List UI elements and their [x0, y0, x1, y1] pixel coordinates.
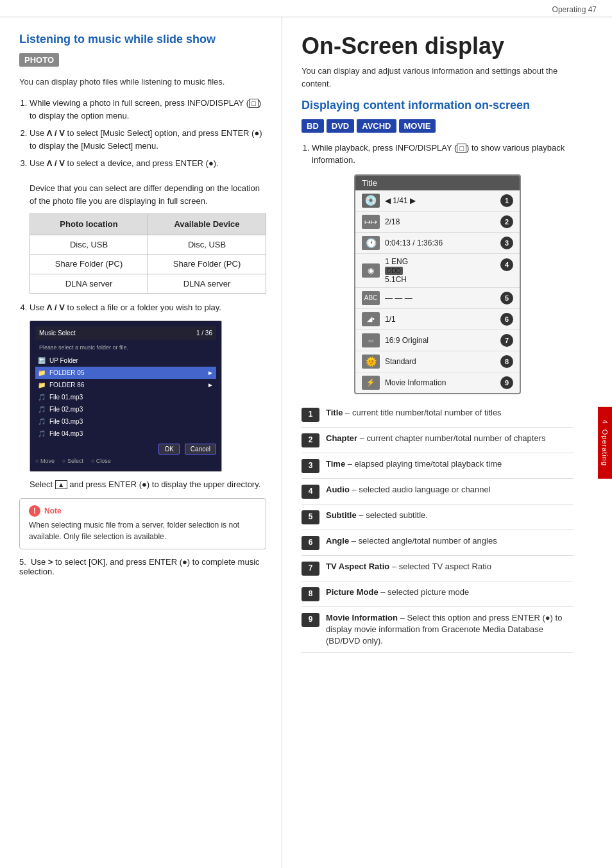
left-badge-row: PHOTO — [19, 53, 266, 67]
note-title: ! Note — [29, 505, 257, 517]
nav-close: ○ Close — [91, 457, 111, 466]
cancel-button[interactable]: Cancel — [185, 444, 216, 455]
ms-subtitle: Please select a music folder or file. — [35, 342, 216, 354]
ms-item[interactable]: 📁 FOLDER 86 ► — [35, 379, 216, 391]
ms-footer: OK Cancel — [35, 444, 216, 455]
table-header-photo: Photo location — [30, 214, 148, 235]
side-tab-label: Operating — [601, 429, 609, 465]
step-1: While viewing a photo in full screen, pr… — [30, 97, 266, 122]
ms-item-label: File 04.mp3 — [49, 429, 83, 438]
table-row: DLNA server DLNA server — [30, 274, 266, 294]
info-text-5: Subtitle – selected subtitle. — [326, 510, 428, 521]
folder-icon: 📁 — [38, 368, 47, 378]
display-image-wrap: Title 💿 ◀ 1/41 ▶ 1 ↦↦ 2/18 2 — [302, 174, 574, 394]
num-badge-4: 4 — [500, 258, 513, 271]
exclamation-icon: ! — [29, 505, 40, 517]
ms-item[interactable]: 🔙 UP Folder — [35, 355, 216, 367]
side-tab-number: 4 — [601, 419, 609, 424]
side-tab: 4 Operating — [598, 406, 612, 478]
folder-icon: 📁 — [38, 380, 47, 390]
info-num-1: 1 — [302, 408, 319, 422]
left-steps: While viewing a photo in full screen, pr… — [19, 97, 266, 490]
ms-item[interactable]: 🎵 File 04.mp3 — [35, 428, 216, 440]
table-cell: Share Folder (PC) — [30, 255, 148, 274]
info-list: 1 Title – current title number/total num… — [302, 402, 574, 653]
info-text-3: Time – elapsed playing time/total playba… — [326, 458, 502, 470]
table-cell: DLNA server — [30, 274, 148, 294]
info-num-5: 5 — [302, 510, 319, 524]
audio-value: 1 ENGDDD5.1CH — [385, 257, 500, 284]
file-icon: 🎵 — [38, 392, 47, 402]
page: Operating 47 Listening to music while sl… — [0, 0, 612, 868]
dvd-badge: DVD — [327, 119, 354, 133]
info-num-8: 8 — [302, 587, 319, 601]
popup-row-4: ◉ 1 ENGDDD5.1CH 4 — [355, 254, 520, 288]
main-title: On-Screen display — [302, 33, 574, 60]
movie-info-value: Movie Information — [385, 378, 500, 387]
ms-title-label: Music Select — [39, 328, 76, 338]
ms-item-label: File 01.mp3 — [49, 392, 83, 402]
ms-item[interactable]: 🎵 File 03.mp3 — [35, 415, 216, 428]
ms-item[interactable]: 🎵 File 02.mp3 — [35, 403, 216, 415]
popup-row-7: ▭ 16:9 Original 7 — [355, 330, 520, 351]
movie-info-icon: ⚡ — [362, 376, 380, 390]
num-badge-7: 7 — [500, 334, 513, 347]
num-badge-6: 6 — [500, 313, 513, 326]
step-4-extra: Select ▲ and press ENTER (●) to display … — [30, 480, 260, 489]
nav-select: ○ Select — [62, 457, 83, 466]
ms-nav: ○ Move ○ Select ○ Close — [35, 457, 216, 466]
table-header-device: Available Device — [148, 214, 266, 235]
ms-item[interactable]: 🎵 File 01.mp3 — [35, 391, 216, 403]
info-item-7: 7 TV Aspect Ratio – selected TV aspect R… — [302, 556, 574, 581]
picture-value: Standard — [385, 357, 500, 366]
info-text-8: Picture Mode – selected picture mode — [326, 587, 469, 598]
ms-counter: 1 / 36 — [196, 328, 212, 338]
file-icon: 🎵 — [38, 429, 47, 438]
step-5: 5. Use > to select [OK], and press ENTER… — [19, 557, 266, 576]
step-3: Use Λ / V to select a device, and press … — [30, 157, 266, 294]
info-item-5: 5 Subtitle – selected subtitle. — [302, 505, 574, 530]
popup-row-6: ◢• 1/1 6 — [355, 309, 520, 330]
left-section-title: Listening to music while slide show — [19, 33, 266, 47]
ok-button[interactable]: OK — [158, 444, 179, 455]
info-text-6: Angle – selected angle/total number of a… — [326, 535, 497, 547]
info-num-6: 6 — [302, 536, 319, 550]
step-3-extra: Device that you can select are differ de… — [30, 183, 260, 206]
picture-icon: 🌞 — [362, 355, 380, 369]
top-bar: Operating 47 — [0, 0, 612, 17]
left-column: Listening to music while slide show PHOT… — [0, 17, 282, 868]
right-step-1: While playback, press INFO/DISPLAY (□) t… — [312, 142, 574, 167]
info-text-7: TV Aspect Ratio – selected TV aspect Rat… — [326, 561, 491, 572]
note-box: ! Note When selecting music file from a … — [19, 498, 266, 549]
info-text-1: Title – current title number/total numbe… — [326, 407, 502, 419]
time-value: 0:04:13 / 1:36:36 — [385, 238, 500, 247]
aspect-icon: ▭ — [362, 333, 380, 347]
music-select-screenshot: Music Select 1 / 36 Please select a musi… — [30, 321, 222, 472]
popup-row-9: ⚡ Movie Information 9 — [355, 372, 520, 393]
ms-item[interactable]: 📁 FOLDER 05 ► — [35, 367, 216, 379]
info-item-6: 6 Angle – selected angle/total number of… — [302, 530, 574, 556]
ms-item-label: UP Folder — [49, 356, 78, 365]
table-row: Share Folder (PC) Share Folder (PC) — [30, 255, 266, 274]
ms-item-label: File 03.mp3 — [49, 417, 83, 426]
table-cell: Share Folder (PC) — [148, 255, 266, 274]
num-badge-8: 8 — [500, 355, 513, 368]
num-badge-2: 2 — [500, 215, 513, 228]
file-icon: 🎵 — [38, 417, 47, 426]
info-item-4: 4 Audio – selected audio language or cha… — [302, 479, 574, 505]
table-cell: Disc, USB — [30, 235, 148, 255]
note-label: Note — [44, 505, 62, 517]
right-intro: You can display and adjust various infor… — [302, 65, 574, 90]
info-text-2: Chapter – current chapter number/total n… — [326, 433, 546, 444]
right-steps: While playback, press INFO/DISPLAY (□) t… — [302, 142, 574, 167]
left-intro: You can display photo files while listen… — [19, 76, 266, 88]
file-icon: 🎵 — [38, 405, 47, 414]
ms-item-label: FOLDER 05 — [49, 368, 84, 378]
popup-row-1: 💿 ◀ 1/41 ▶ 1 — [355, 190, 520, 212]
info-num-2: 2 — [302, 433, 319, 447]
info-num-7: 7 — [302, 562, 319, 576]
info-num-3: 3 — [302, 459, 319, 473]
chapter-icon: ↦↦ — [362, 215, 380, 229]
subtitle-value: — — — — [385, 294, 500, 303]
num-badge-5: 5 — [500, 292, 513, 305]
